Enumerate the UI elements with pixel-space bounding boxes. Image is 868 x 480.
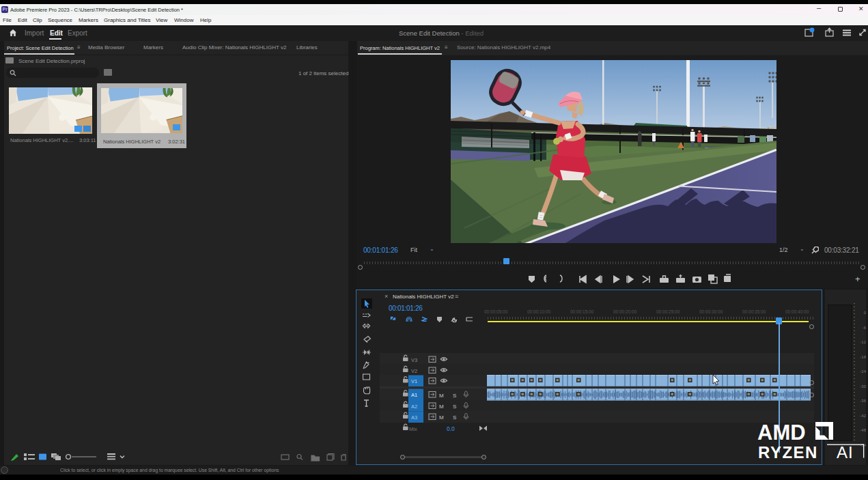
svg-text:S: S [453, 414, 456, 421]
svg-text:V2: V2 [411, 368, 417, 374]
svg-text:M: M [439, 404, 444, 410]
svg-text:S: S [453, 393, 456, 399]
svg-text:M: M [439, 414, 444, 421]
svg-text:AI: AI [837, 443, 854, 462]
svg-text:Mix: Mix [409, 426, 417, 432]
svg-text:AMD: AMD [757, 421, 806, 444]
svg-text:V3: V3 [411, 357, 417, 363]
svg-text:A3: A3 [411, 414, 417, 421]
svg-text:S: S [453, 404, 456, 410]
svg-text:A2: A2 [411, 404, 417, 410]
svg-text:V1: V1 [411, 378, 417, 384]
svg-text:A1: A1 [411, 392, 417, 398]
svg-text:M: M [439, 393, 444, 399]
svg-text:RYZEN: RYZEN [758, 443, 818, 462]
svg-text:0.0: 0.0 [447, 425, 455, 432]
